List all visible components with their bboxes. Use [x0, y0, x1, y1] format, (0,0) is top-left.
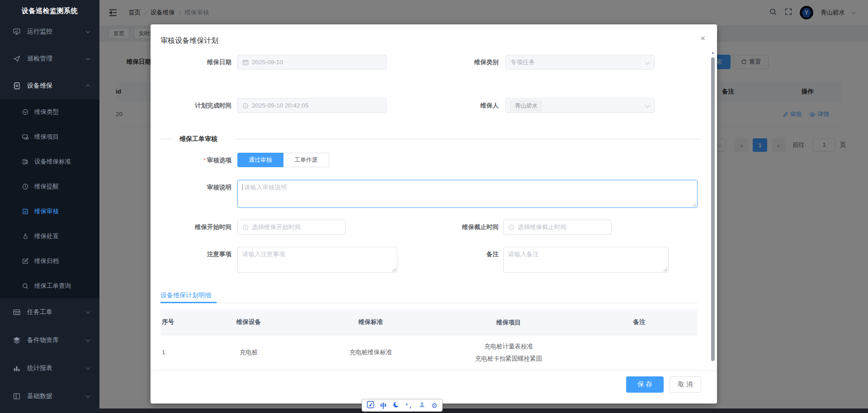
- remark-placeholder: 请输入备注: [508, 251, 539, 258]
- remark-label: 备注: [404, 247, 499, 262]
- sidebar-item-maintenance-reminder[interactable]: 维保提醒: [0, 174, 99, 199]
- remark-textarea[interactable]: 请输入备注: [503, 247, 669, 273]
- maintain-end-time-input[interactable]: 选择维保截止时间: [503, 220, 612, 235]
- tab-active-indicator: [160, 302, 217, 303]
- sidebar-item-label: 巡检管理: [27, 55, 52, 63]
- sidebar-submenu: 维保类型 维保项目 设备维保标准 维保提醒 维保审核 维保处置: [0, 99, 99, 298]
- sidebar-item-label: 任务工单: [27, 308, 52, 316]
- close-icon[interactable]: ×: [700, 33, 705, 43]
- clock-icon: [242, 103, 249, 109]
- resize-handle[interactable]: [692, 202, 696, 206]
- sidebar-item-label: 维保类型: [34, 108, 59, 116]
- settings-gear-icon[interactable]: ⚙: [431, 402, 437, 409]
- review-option-group: 通过审核 工单作废: [237, 153, 329, 167]
- sidebar-item-basic-data[interactable]: 基础数据: [0, 382, 99, 410]
- app-screen: 设备巡检监测系统 运行监控 巡检管理 设备维保 维保类型 维保项目: [0, 0, 868, 413]
- section-divider: 维保工单审核: [151, 135, 717, 144]
- chevron-down-icon: [86, 310, 90, 314]
- maintain-date-input[interactable]: 2025-09-10: [237, 55, 387, 70]
- scrollbar-thumb[interactable]: [711, 57, 715, 361]
- sidebar-item-label: 设备维保标准: [34, 158, 71, 166]
- maintain-start-time-label: 维保开始时间: [151, 220, 231, 235]
- sidebar-item-maintenance-type[interactable]: 维保类型: [0, 99, 99, 124]
- cancel-button[interactable]: 取 消: [670, 376, 701, 393]
- sidebar-item-maintenance-standards[interactable]: 设备维保标准: [0, 149, 99, 174]
- resize-handle[interactable]: [663, 268, 667, 272]
- monitor-icon: [13, 28, 21, 36]
- column-device: 维保设备: [192, 318, 305, 326]
- sidebar-item-label: 维保处置: [34, 232, 59, 240]
- dialog-title: 审核设备维保计划: [160, 36, 218, 46]
- tab-divider-line: [217, 303, 698, 303]
- attention-label: 注意事项: [151, 247, 231, 262]
- sidebar-item-equipment-maintenance[interactable]: 设备维保: [0, 72, 99, 99]
- sidebar-item-maintenance-project[interactable]: 维保项目: [0, 124, 99, 149]
- punctuation-icon[interactable]: °，: [406, 403, 413, 408]
- chevron-down-icon: [86, 366, 90, 370]
- sidebar-item-label: 备件物资库: [27, 336, 59, 344]
- scroll-up-arrow-icon[interactable]: ▲: [710, 51, 716, 55]
- maintainer-label: 维保人: [404, 98, 499, 113]
- device-icon: [22, 133, 29, 141]
- hand-pointer-icon: [22, 233, 29, 240]
- sidebar-item-maintenance-archive[interactable]: 维保归档: [0, 249, 99, 273]
- table-row: 1 充电桩 充电桩维保标准 充电桩计量表校准充电桩卡扣紧固螺栓紧固: [160, 335, 698, 370]
- fullwidth-moon-icon[interactable]: [393, 401, 400, 410]
- sidebar-item-label: 设备维保: [27, 82, 52, 90]
- required-asterisk: *: [203, 157, 206, 164]
- maintain-start-time-input[interactable]: 选择维保开始时间: [237, 220, 346, 235]
- sidebar-item-maintenance-review[interactable]: 维保审核: [0, 199, 99, 224]
- chevron-down-icon: [645, 103, 650, 108]
- sidebar-item-label: 维保审核: [34, 207, 59, 216]
- layers-icon: [13, 336, 21, 344]
- cell-device: 充电桩: [192, 348, 305, 357]
- sidebar-item-operation-monitor[interactable]: 运行监控: [0, 18, 99, 45]
- maintain-category-label: 维保类别: [404, 55, 499, 70]
- sidebar-item-label: 运行监控: [27, 28, 52, 36]
- chevron-down-icon: [645, 59, 650, 64]
- review-option-label: *审核选项: [151, 153, 231, 168]
- standards-tree-icon: [22, 158, 29, 165]
- cell-project: 充电桩计量表校准充电桩卡扣紧固螺栓紧固: [436, 340, 581, 365]
- tab-maintenance-plan-detail[interactable]: 设备维保计划明细: [160, 291, 211, 300]
- resize-handle[interactable]: [392, 268, 396, 272]
- columns-icon: [13, 392, 21, 400]
- sidebar-item-statistics[interactable]: 统计报表: [0, 354, 99, 382]
- cell-seq: 1: [160, 349, 192, 356]
- ime-logo-icon[interactable]: [367, 401, 374, 410]
- sidebar-item-maintenance-handle[interactable]: 维保处置: [0, 224, 99, 249]
- chinese-mode-icon[interactable]: 中: [380, 402, 387, 409]
- divider-line: [160, 139, 171, 139]
- send-icon: [13, 55, 21, 63]
- pass-review-radio[interactable]: 通过审核: [237, 153, 283, 167]
- sidebar-item-spare-parts[interactable]: 备件物资库: [0, 326, 99, 354]
- calendar-icon: [242, 59, 249, 66]
- maintenance-book-icon: [13, 82, 21, 90]
- review-note-placeholder: 请输入审核说明: [244, 184, 287, 191]
- review-maintenance-plan-dialog: 审核设备维保计划 × ▲ 维保日期 2025-09-10 维保类别 专项任务 计…: [151, 24, 717, 404]
- chevron-up-icon: [86, 84, 90, 89]
- edit-archive-icon: [22, 258, 29, 265]
- sidebar: 设备巡检监测系统 运行监控 巡检管理 设备维保 维保类型 维保项目: [0, 0, 99, 413]
- chevron-down-icon: [86, 29, 90, 33]
- attention-textarea[interactable]: 请输入注意事项: [237, 247, 397, 273]
- void-workorder-radio[interactable]: 工单作废: [283, 153, 329, 167]
- sidebar-item-workorder-query[interactable]: 维保工单查询: [0, 273, 99, 298]
- sidebar-item-label: 统计报表: [27, 364, 52, 372]
- maintainer-select[interactable]: 青山碧水: [505, 98, 655, 113]
- review-note-textarea[interactable]: 请输入审核说明: [237, 180, 698, 208]
- chevron-down-icon: [86, 338, 90, 342]
- attention-placeholder: 请输入注意事项: [242, 251, 285, 258]
- plan-finish-time-input[interactable]: 2025-09-10 20:42:05: [237, 98, 387, 113]
- search-icon: [22, 282, 29, 290]
- sidebar-item-task-workorder[interactable]: 任务工单: [0, 298, 99, 326]
- sidebar-item-label: 维保归档: [34, 257, 59, 265]
- skin-person-icon[interactable]: [419, 401, 425, 410]
- save-button[interactable]: 保 存: [626, 376, 664, 393]
- app-title: 设备巡检监测系统: [0, 0, 99, 18]
- grid-icon: [13, 308, 21, 316]
- sidebar-item-inspection-mgmt[interactable]: 巡检管理: [0, 45, 99, 72]
- maintain-category-select[interactable]: 专项任务: [505, 55, 655, 70]
- divider-line: [234, 139, 703, 139]
- maintenance-detail-table: 序号 维保设备 维保标准 维保项目 备注 1 充电桩 充电桩维保标准 充电桩计量…: [160, 310, 698, 370]
